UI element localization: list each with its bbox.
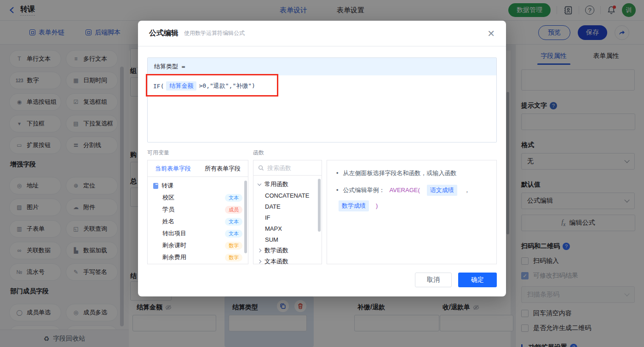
form-node[interactable]: 转课: [148, 180, 248, 192]
chevron-right-icon: [258, 249, 261, 252]
formula-editor[interactable]: 结算类型 = IF( 结算金额 >0,"退款","补缴"): [147, 57, 497, 142]
modal-title: 公式编辑: [149, 28, 178, 38]
function-tree: 常用函数 CONCATENATE DATE IF MAPX SUM 数学函数 文…: [253, 176, 322, 270]
cancel-button[interactable]: 取消: [415, 273, 452, 287]
example-close-paren: ): [376, 201, 378, 211]
modal-footer: 取消 确定: [415, 273, 497, 287]
variable-row[interactable]: 剩余课时 数字: [148, 239, 248, 251]
tab-all-form-fields[interactable]: 所有表单字段: [205, 165, 241, 173]
example-function-name: AVERAGE(: [390, 185, 420, 195]
function-item-sum[interactable]: SUM: [253, 234, 322, 245]
functions-label: 函数: [253, 149, 327, 157]
tips-panel: • 从左侧面板选择字段名和函数，或输入函数 • 公式编辑举例： AVERAGE(…: [327, 160, 497, 264]
function-item-concatenate[interactable]: CONCATENATE: [253, 190, 322, 201]
tab-current-form-fields[interactable]: 当前表单字段: [155, 165, 191, 173]
variables-list: 转课 校区 文本 学员 成员 姓名 文本 转出项目: [148, 177, 248, 266]
variables-label: 可用变量: [147, 149, 253, 157]
formula-target: 结算类型 =: [148, 58, 496, 75]
chevron-right-icon: [258, 260, 261, 263]
modal-subtitle: 使用数学运算符编辑公式: [184, 29, 245, 37]
bullet: •: [336, 168, 339, 178]
function-group-common[interactable]: 常用函数: [253, 179, 322, 190]
example-field-tag: 语文成绩: [427, 185, 457, 196]
variable-row[interactable]: 学员 成员: [148, 204, 248, 216]
functions-scrollbar[interactable]: [318, 179, 321, 232]
type-badge: 文本: [225, 194, 242, 202]
form-doc-icon: [153, 183, 158, 189]
modal-panels: 当前表单字段 所有表单字段 转课 校区 文本 学员 成员: [147, 160, 497, 264]
panel-labels: 可用变量 函数: [147, 149, 497, 157]
variables-tabs: 当前表单字段 所有表单字段: [148, 160, 248, 177]
function-search-input[interactable]: [267, 165, 313, 171]
tip-line-1: • 从左侧面板选择字段名和函数，或输入函数: [336, 168, 487, 178]
function-item-date[interactable]: DATE: [253, 201, 322, 212]
modal-body: 结算类型 = IF( 结算金额 >0,"退款","补缴") 可用变量 函数 当前…: [138, 57, 506, 264]
variable-row[interactable]: 姓名 文本: [148, 216, 248, 228]
type-badge: 文本: [225, 230, 242, 238]
function-item-if[interactable]: IF: [253, 212, 322, 223]
bullet: •: [336, 185, 339, 195]
annotation-highlight-box: [146, 74, 278, 97]
close-icon[interactable]: ✕: [487, 29, 495, 38]
tip-line-2: • 公式编辑举例： AVERAGE( 语文成绩 ， 数学成绩 ): [336, 185, 487, 211]
variable-row[interactable]: 转出项目 文本: [148, 228, 248, 239]
function-search: [253, 160, 322, 176]
type-badge: 文本: [225, 218, 242, 226]
functions-panel: 常用函数 CONCATENATE DATE IF MAPX SUM 数学函数 文…: [253, 160, 322, 264]
search-icon: [258, 165, 264, 171]
function-group-math[interactable]: 数学函数: [253, 245, 322, 256]
example-field-tag: 数学成绩: [339, 200, 369, 211]
type-badge: 数字: [225, 254, 242, 262]
variables-scrollbar[interactable]: [244, 181, 247, 253]
formula-editor-modal: 公式编辑 使用数学运算符编辑公式 ✕ 结算类型 = IF( 结算金额 >0,"退…: [138, 21, 506, 296]
variable-row[interactable]: 剩余费用 数字: [148, 251, 248, 263]
chevron-down-icon: [258, 182, 261, 185]
function-item-mapx[interactable]: MAPX: [253, 223, 322, 234]
variable-row[interactable]: 校区 文本: [148, 192, 248, 204]
confirm-button[interactable]: 确定: [458, 273, 497, 287]
variables-panel: 当前表单字段 所有表单字段 转课 校区 文本 学员 成员: [147, 160, 248, 264]
type-badge: 数字: [225, 242, 242, 250]
function-group-text[interactable]: 文本函数: [253, 256, 322, 267]
type-badge: 成员: [225, 206, 242, 214]
modal-header: 公式编辑 使用数学运算符编辑公式 ✕: [138, 21, 506, 46]
